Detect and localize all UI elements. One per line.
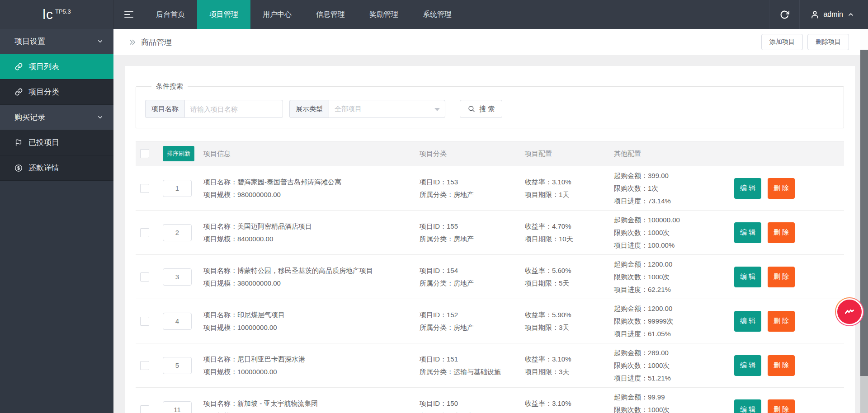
edit-button[interactable]: 编 辑: [734, 222, 761, 243]
nav-item-rewards[interactable]: 奖励管理: [357, 0, 410, 29]
progress-value: 61.05%: [648, 330, 671, 338]
project-scale-value: 8400000.00: [237, 235, 273, 243]
edit-button[interactable]: 编 辑: [734, 178, 761, 199]
category-value: 房地产: [453, 279, 474, 287]
limit-value: 1000次: [648, 273, 670, 281]
admin-menu-button[interactable]: admin: [800, 10, 868, 19]
user-icon: [811, 10, 819, 19]
scrollbar-thumb[interactable]: [860, 50, 868, 376]
sort-order-input[interactable]: [163, 268, 192, 286]
refresh-button[interactable]: [769, 0, 799, 29]
delete-project-button[interactable]: 删除项目: [807, 34, 849, 50]
category-label: 所属分类：: [420, 324, 453, 331]
row-checkbox[interactable]: [140, 317, 149, 326]
sort-refresh-button[interactable]: 排序刷新: [163, 146, 194, 161]
limit-value: 1000次: [648, 229, 670, 236]
search-panel: 条件搜索 项目名称 展示类型 全部项目: [136, 82, 844, 128]
min-amount-label: 起购金额：: [614, 393, 648, 401]
cell-project-info: 项目名称：印尼煤层气项目 项目规模：10000000.00: [203, 308, 420, 334]
admin-username: admin: [823, 10, 843, 19]
row-checkbox[interactable]: [140, 405, 149, 413]
sidebar-toggle-button[interactable]: [113, 0, 144, 29]
nav-item-system[interactable]: 系统管理: [410, 0, 464, 29]
nav-item-projects[interactable]: 项目管理: [197, 0, 250, 29]
row-checkbox[interactable]: [140, 272, 149, 282]
project-id-value: 155: [447, 222, 458, 230]
delete-button[interactable]: 删 除: [768, 267, 795, 287]
delete-button[interactable]: 删 除: [768, 178, 795, 199]
row-checkbox[interactable]: [140, 361, 149, 370]
delete-button[interactable]: 删 除: [768, 399, 795, 413]
edit-button[interactable]: 编 辑: [734, 267, 761, 287]
sidebar-item-label: 项目列表: [28, 61, 59, 72]
service-button-ring: [836, 298, 863, 325]
sidebar-item-project-list[interactable]: 项目列表: [0, 54, 113, 80]
table-body: 项目名称：碧海家园-泰国普吉岛邦涛海滩公寓 项目规模：980000000.00 …: [136, 166, 844, 413]
delete-button[interactable]: 删 除: [768, 355, 795, 376]
project-scale-label: 项目规模：: [203, 324, 237, 331]
progress-label: 项目进度：: [614, 330, 648, 338]
progress-value: 100.00%: [648, 241, 675, 249]
project-name-label: 项目名称：: [203, 178, 237, 186]
sidebar-group-purchase-records[interactable]: 购买记录: [0, 105, 113, 130]
row-checkbox[interactable]: [140, 184, 149, 193]
sidebar-item-label: 还款详情: [28, 163, 59, 173]
sidebar-item-invested-projects[interactable]: 已投项目: [0, 130, 113, 155]
progress-label: 项目进度：: [614, 374, 648, 382]
sort-order-input[interactable]: [163, 180, 192, 197]
project-name-label: 项目名称：: [203, 311, 237, 319]
cell-project-info: 项目名称：美国迈阿密精品酒店项目 项目规模：8400000.00: [203, 220, 420, 246]
edit-button[interactable]: 编 辑: [734, 399, 761, 413]
project-id-value: 152: [447, 311, 458, 319]
select-caret-icon: [434, 108, 440, 111]
term-value: 3天: [559, 324, 569, 331]
select-all-checkbox[interactable]: [140, 149, 149, 158]
sort-order-input[interactable]: [163, 224, 192, 241]
project-scale-value: 10000000.00: [237, 324, 277, 331]
display-type-label: 展示类型: [289, 100, 329, 118]
rate-label: 收益率：: [525, 399, 552, 407]
cell-project-info: 项目名称：博蒙特公园，移民圣基茨的高品质房地产项目 项目规模：380000000…: [203, 264, 420, 290]
progress-label: 项目进度：: [614, 286, 648, 293]
cell-project-category: 项目ID：151 所属分类：运输与基础设施: [420, 352, 525, 379]
cell-actions: 编 辑 删 除: [734, 355, 844, 376]
term-value: 10天: [559, 235, 573, 243]
nav-item-home[interactable]: 后台首页: [144, 0, 197, 29]
min-amount-value: 1200.00: [648, 260, 672, 268]
cell-project-category: 项目ID：152 所属分类：房地产: [420, 308, 525, 334]
scrollbar-track[interactable]: [860, 29, 868, 50]
category-label: 所属分类：: [420, 279, 453, 287]
project-name-value: 印尼煤层气项目: [237, 311, 285, 319]
sort-order-input[interactable]: [163, 401, 192, 413]
customer-service-button[interactable]: [835, 297, 864, 326]
nav-item-users[interactable]: 用户中心: [250, 0, 304, 29]
display-type-select[interactable]: 全部项目: [329, 100, 445, 118]
limit-value: 99999次: [648, 317, 674, 325]
table-row: 项目名称：美国迈阿密精品酒店项目 项目规模：8400000.00 项目ID：15…: [136, 211, 844, 255]
delete-button[interactable]: 删 除: [768, 222, 795, 243]
edit-button[interactable]: 编 辑: [734, 311, 761, 332]
project-id-label: 项目ID：: [420, 222, 447, 230]
sidebar-item-project-category[interactable]: 项目分类: [0, 80, 113, 105]
project-name-value: 新加坡 - 亚太宇航物流集团: [237, 399, 318, 407]
cell-project-config: 收益率：5.90% 项目期限：3天: [525, 308, 614, 334]
add-project-button[interactable]: 添加项目: [761, 34, 803, 50]
sort-order-input[interactable]: [163, 357, 192, 374]
project-name-group: 项目名称: [145, 100, 283, 118]
project-name-input[interactable]: [184, 100, 283, 118]
search-button[interactable]: 搜 索: [460, 100, 502, 118]
category-label: 所属分类：: [420, 368, 453, 375]
edit-button[interactable]: 编 辑: [734, 355, 761, 376]
project-scale-value: 10000000.00: [237, 368, 277, 375]
cell-other-config: 起购金额：100000.00 限购次数：1000次 项目进度：100.00%: [614, 213, 734, 252]
sort-order-input[interactable]: [163, 313, 192, 330]
nav-item-info[interactable]: 信息管理: [304, 0, 357, 29]
search-form: 项目名称 展示类型 全部项目 搜 索: [145, 100, 835, 118]
vertical-scrollbar[interactable]: [860, 29, 868, 413]
sidebar-group-project-settings[interactable]: 项目设置: [0, 29, 113, 54]
header-other-config: 其他配置: [614, 150, 734, 158]
row-checkbox[interactable]: [140, 228, 149, 237]
delete-button[interactable]: 删 除: [768, 311, 795, 332]
sidebar-item-repayment-details[interactable]: 还款详情: [0, 155, 113, 181]
cell-actions: 编 辑 删 除: [734, 311, 844, 332]
